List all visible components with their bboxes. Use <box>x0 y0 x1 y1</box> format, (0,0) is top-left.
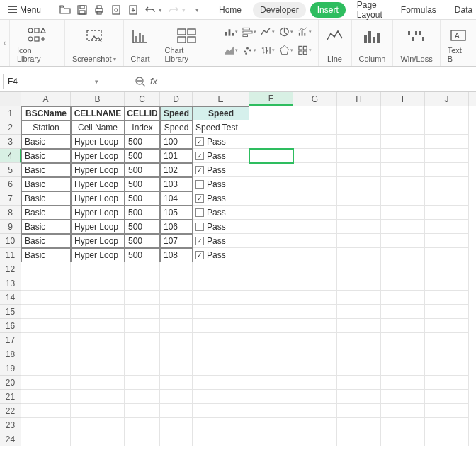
cell-I7[interactable] <box>381 191 425 206</box>
cell-F9[interactable] <box>249 220 293 234</box>
cell-I10[interactable] <box>381 234 425 248</box>
row-header[interactable]: 15 <box>0 305 21 319</box>
cell-E17[interactable] <box>193 333 249 347</box>
row-header[interactable]: 6 <box>0 177 21 191</box>
cell-G12[interactable] <box>293 262 337 276</box>
cell-A8[interactable]: Basic <box>21 206 71 220</box>
row-header[interactable]: 23 <box>0 418 21 432</box>
cell-E3[interactable]: ✓Pass <box>193 135 249 149</box>
column-header-G[interactable]: G <box>293 92 337 106</box>
cell-J18[interactable] <box>425 347 469 361</box>
cell-G16[interactable] <box>293 319 337 333</box>
row-header[interactable]: 19 <box>0 361 21 376</box>
cell-G5[interactable] <box>293 163 337 177</box>
cell-D14[interactable] <box>160 291 193 305</box>
row-header[interactable]: 12 <box>0 262 21 276</box>
cell-G6[interactable] <box>293 177 337 191</box>
cell-B24[interactable] <box>71 432 125 446</box>
column-header-A[interactable]: A <box>21 92 71 106</box>
cell-D4[interactable]: 101 <box>160 149 193 163</box>
cell-G8[interactable] <box>293 206 337 220</box>
cell-H18[interactable] <box>337 347 381 361</box>
qat-customize-icon[interactable]: ▾ <box>196 6 199 13</box>
row-header[interactable]: 17 <box>0 333 21 347</box>
bar-chart-icon[interactable]: ▾ <box>224 25 238 39</box>
cell-D19[interactable] <box>160 361 193 376</box>
cell-B7[interactable]: Hyper Loop <box>71 191 125 206</box>
cell-C14[interactable] <box>125 291 160 305</box>
stock-chart-icon[interactable]: ▾ <box>261 43 275 57</box>
formula-input[interactable] <box>160 74 473 89</box>
cell-G17[interactable] <box>293 333 337 347</box>
tab-insert[interactable]: Insert <box>310 2 346 18</box>
cell-F22[interactable] <box>249 404 293 418</box>
ribbon-group-chart[interactable]: Chart <box>124 20 158 66</box>
cell-F18[interactable] <box>249 347 293 361</box>
cell-C3[interactable]: 500 <box>125 135 160 149</box>
cell-B2[interactable]: Cell Name <box>71 120 125 135</box>
cell-J4[interactable] <box>425 149 469 163</box>
row-header[interactable]: 2 <box>0 120 21 135</box>
cell-H15[interactable] <box>337 305 381 319</box>
cell-A5[interactable]: Basic <box>21 163 71 177</box>
cell-B18[interactable] <box>71 347 125 361</box>
print-icon[interactable] <box>94 4 105 16</box>
more-charts-icon[interactable]: ▾ <box>298 43 312 57</box>
cell-D1[interactable]: Speed <box>160 106 193 120</box>
cell-A24[interactable] <box>21 432 71 446</box>
cell-C20[interactable] <box>125 376 160 390</box>
cell-G4[interactable] <box>293 149 337 163</box>
cell-H22[interactable] <box>337 404 381 418</box>
cell-E13[interactable] <box>193 276 249 291</box>
cell-C24[interactable] <box>125 432 160 446</box>
cell-C5[interactable]: 500 <box>125 163 160 177</box>
cell-C11[interactable]: 500 <box>125 248 160 262</box>
cell-I2[interactable] <box>381 120 425 135</box>
cell-H1[interactable] <box>337 106 381 120</box>
cell-F12[interactable] <box>249 262 293 276</box>
cell-H4[interactable] <box>337 149 381 163</box>
cell-C19[interactable] <box>125 361 160 376</box>
cell-I6[interactable] <box>381 177 425 191</box>
cell-A2[interactable]: Station <box>21 120 71 135</box>
cell-G24[interactable] <box>293 432 337 446</box>
cell-D20[interactable] <box>160 376 193 390</box>
row-header[interactable]: 7 <box>0 191 21 206</box>
cell-F7[interactable] <box>249 191 293 206</box>
cell-D15[interactable] <box>160 305 193 319</box>
cell-G14[interactable] <box>293 291 337 305</box>
cell-G10[interactable] <box>293 234 337 248</box>
cell-H24[interactable] <box>337 432 381 446</box>
redo-icon[interactable] <box>168 4 179 16</box>
fx-icon[interactable]: fx <box>150 76 157 86</box>
cell-I21[interactable] <box>381 390 425 404</box>
cell-H20[interactable] <box>337 376 381 390</box>
cell-B4[interactable]: Hyper Loop <box>71 149 125 163</box>
cell-B8[interactable]: Hyper Loop <box>71 206 125 220</box>
cell-I4[interactable] <box>381 149 425 163</box>
cell-J5[interactable] <box>425 163 469 177</box>
column-header-C[interactable]: C <box>125 92 160 106</box>
tab-home[interactable]: Home <box>212 2 249 18</box>
checkbox-icon[interactable] <box>196 208 204 217</box>
row-header[interactable]: 20 <box>0 376 21 390</box>
area-chart-icon[interactable]: ▾ <box>224 43 238 57</box>
cell-G2[interactable] <box>293 120 337 135</box>
cell-E24[interactable] <box>193 432 249 446</box>
row-header[interactable]: 13 <box>0 276 21 291</box>
row-header[interactable]: 9 <box>0 220 21 234</box>
cell-F1[interactable] <box>249 106 293 120</box>
cell-B20[interactable] <box>71 376 125 390</box>
cell-D17[interactable] <box>160 333 193 347</box>
undo-dropdown-icon[interactable]: ▾ <box>159 6 162 13</box>
cell-I22[interactable] <box>381 404 425 418</box>
cell-A20[interactable] <box>21 376 71 390</box>
combo-chart-icon[interactable]: ▾ <box>298 25 312 39</box>
cell-A22[interactable] <box>21 404 71 418</box>
cell-G18[interactable] <box>293 347 337 361</box>
cell-E1[interactable]: Speed <box>193 106 249 120</box>
cell-A1[interactable]: BSCName <box>21 106 71 120</box>
cell-H10[interactable] <box>337 234 381 248</box>
cell-B15[interactable] <box>71 305 125 319</box>
stacked-bar-icon[interactable]: ▾ <box>242 25 256 39</box>
